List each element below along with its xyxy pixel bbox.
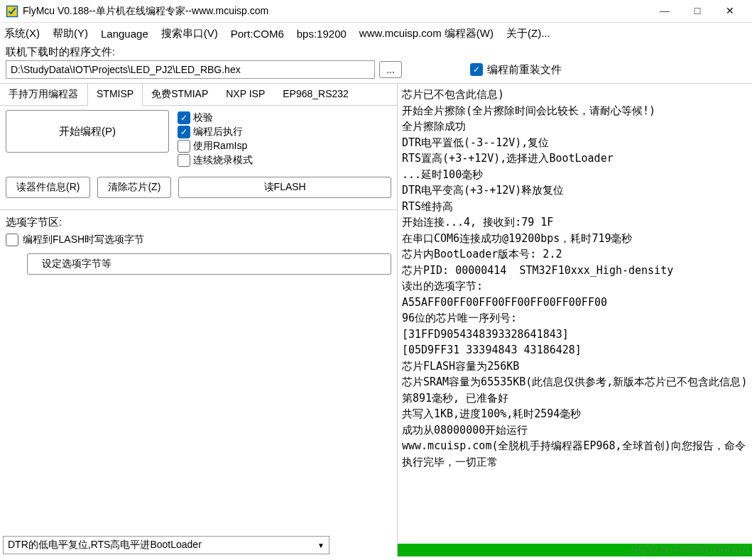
set-option-bytes-button[interactable]: 设定选项字节等 <box>27 253 391 275</box>
tab-stmiap[interactable]: 免费STMIAP <box>143 84 217 105</box>
tab-nxpisp[interactable]: NXP ISP <box>217 84 274 105</box>
tab-bar: 手持万用编程器 STMISP 免费STMIAP NXP ISP EP968_RS… <box>0 84 397 106</box>
start-programming-button[interactable]: 开始编程(P) <box>6 110 169 153</box>
file-label: 联机下载时的程序文件: <box>6 45 746 59</box>
tab-handheld[interactable]: 手持万用编程器 <box>0 84 87 105</box>
close-button[interactable]: ✕ <box>714 1 746 22</box>
read-device-info-button[interactable]: 读器件信息(R) <box>6 177 90 198</box>
menu-system[interactable]: 系统(X) <box>4 27 40 40</box>
menu-about[interactable]: 关于(Z)... <box>506 27 550 40</box>
status-bar: CSDN @小吴同学GOGOGO <box>398 544 752 556</box>
window-title: FlyMcu V0.188--单片机在线编程专家--www.mcuisp.com <box>23 5 648 18</box>
log-output: 芯片已不包含此信息) 开始全片擦除(全片擦除时间会比较长，请耐心等候!) 全片擦… <box>398 84 752 544</box>
reset-mode-combo[interactable]: DTR的低电平复位,RTS高电平进BootLoader ▼ <box>3 536 329 554</box>
reload-label: 编程前重装文件 <box>487 63 562 77</box>
combo-value: DTR的低电平复位,RTS高电平进BootLoader <box>8 539 202 551</box>
menu-bar: 系统(X) 帮助(Y) Language 搜索串口(V) Port:COM6 b… <box>0 23 752 44</box>
menu-help[interactable]: 帮助(Y) <box>53 27 88 40</box>
browse-button[interactable]: ... <box>379 61 402 78</box>
menu-language[interactable]: Language <box>101 28 148 40</box>
menu-search-port[interactable]: 搜索串口(V) <box>161 27 218 40</box>
use-ramisp-check[interactable]: 使用RamIsp <box>178 140 253 153</box>
verify-check[interactable]: ✓校验 <box>178 111 253 124</box>
app-icon <box>6 5 18 18</box>
maximize-button[interactable]: □ <box>681 1 714 22</box>
watermark: CSDN @小吴同学GOGOGO <box>631 544 749 556</box>
run-after-check[interactable]: ✓编程后执行 <box>178 126 253 138</box>
minimize-button[interactable]: — <box>648 1 681 22</box>
tab-ep968[interactable]: EP968_RS232 <box>274 84 358 105</box>
menu-bps[interactable]: bps:19200 <box>297 28 347 40</box>
options-label: 选项字节区: <box>6 216 391 229</box>
menu-port[interactable]: Port:COM6 <box>231 28 284 40</box>
write-option-bytes-check[interactable]: 编程到FLASH时写选项字节 <box>6 234 391 246</box>
options-section: 选项字节区: 编程到FLASH时写选项字节 设定选项字节等 <box>0 209 397 280</box>
chevron-down-icon: ▼ <box>317 542 325 549</box>
read-flash-button[interactable]: 读FLASH <box>178 177 391 198</box>
menu-website[interactable]: www.mcuisp.com 编程器(W) <box>359 27 494 40</box>
reload-checkbox-row[interactable]: ✓ 编程前重装文件 <box>470 63 562 77</box>
file-area: 联机下载时的程序文件: ... ✓ 编程前重装文件 <box>0 44 752 83</box>
continuous-check[interactable]: 连续烧录模式 <box>178 154 253 167</box>
erase-chip-button[interactable]: 清除芯片(Z) <box>97 177 171 198</box>
file-path-input[interactable] <box>6 60 375 79</box>
right-panel: 芯片已不包含此信息) 开始全片擦除(全片擦除时间会比较长，请耐心等候!) 全片擦… <box>398 84 752 556</box>
title-bar: FlyMcu V0.188--单片机在线编程专家--www.mcuisp.com… <box>0 0 752 23</box>
left-panel: 手持万用编程器 STMISP 免费STMIAP NXP ISP EP968_RS… <box>0 84 398 556</box>
tab-stmisp[interactable]: STMISP <box>87 84 143 106</box>
tab-content: 开始编程(P) ✓校验 ✓编程后执行 使用RamIsp 连续烧录模式 读器件信息… <box>0 106 397 202</box>
reload-checkbox[interactable]: ✓ <box>470 63 483 76</box>
